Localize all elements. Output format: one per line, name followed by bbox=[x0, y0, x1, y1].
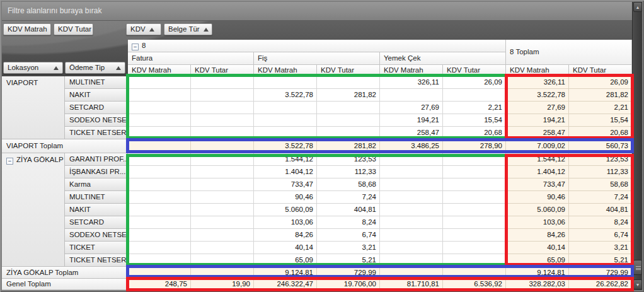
collapse-icon[interactable]: − bbox=[132, 44, 139, 50]
pivot-cell[interactable]: 58,68 bbox=[569, 178, 632, 191]
row-item-header[interactable]: MULTINET bbox=[65, 76, 128, 89]
pivot-cell[interactable]: 281,82 bbox=[569, 89, 632, 102]
pivot-cell[interactable] bbox=[128, 229, 191, 242]
pivot-cell[interactable] bbox=[191, 204, 254, 216]
pivot-total-cell[interactable] bbox=[191, 139, 254, 153]
scroll-down-button[interactable]: ▼ bbox=[633, 279, 642, 289]
pivot-total-cell[interactable]: 3.486,25 bbox=[380, 139, 443, 153]
pivot-cell[interactable]: 8,24 bbox=[317, 216, 380, 229]
pivot-cell[interactable]: 6,74 bbox=[317, 229, 380, 242]
row-item-header[interactable]: TICKET NETSER bbox=[65, 254, 128, 267]
pivot-total-cell[interactable]: 9.124,81 bbox=[254, 267, 317, 279]
pivot-total-cell[interactable] bbox=[191, 267, 254, 279]
pivot-cell[interactable]: 7,24 bbox=[317, 191, 380, 204]
scroll-thumb[interactable] bbox=[633, 260, 642, 275]
pivot-cell[interactable] bbox=[380, 166, 443, 178]
pivot-cell[interactable] bbox=[128, 204, 191, 216]
row-item-header[interactable]: TICKET bbox=[65, 242, 128, 254]
measure-header-kdv-matrah[interactable]: KDV Matrah bbox=[380, 65, 443, 76]
grand-total-header[interactable]: Genel Toplam bbox=[2, 279, 128, 290]
pivot-cell[interactable] bbox=[380, 216, 443, 229]
pivot-cell[interactable]: 20,68 bbox=[443, 127, 506, 139]
pivot-cell[interactable]: 404,81 bbox=[569, 204, 632, 216]
pivot-cell[interactable] bbox=[380, 204, 443, 216]
pivot-cell[interactable] bbox=[191, 153, 254, 166]
row-item-header[interactable]: SODEXO NETSER bbox=[65, 114, 128, 127]
vertical-scrollbar[interactable]: ▲ ▼ bbox=[632, 2, 642, 290]
row-group-header[interactable]: VIAPORT bbox=[2, 76, 65, 139]
pivot-cell[interactable] bbox=[191, 102, 254, 114]
pivot-cell[interactable] bbox=[191, 242, 254, 254]
pivot-cell[interactable] bbox=[380, 178, 443, 191]
pivot-cell[interactable]: 65,09 bbox=[506, 254, 569, 267]
pivot-total-cell[interactable]: 729,99 bbox=[569, 267, 632, 279]
pivot-cell[interactable] bbox=[128, 89, 191, 102]
pivot-cell[interactable] bbox=[128, 114, 191, 127]
pivot-cell[interactable] bbox=[128, 127, 191, 139]
pivot-total-cell[interactable]: 7.009,02 bbox=[506, 139, 569, 153]
pivot-cell[interactable] bbox=[128, 191, 191, 204]
pivot-cell[interactable] bbox=[380, 191, 443, 204]
pivot-cell[interactable]: 5,21 bbox=[569, 254, 632, 267]
pivot-cell[interactable]: 40,14 bbox=[506, 242, 569, 254]
pivot-cell[interactable] bbox=[128, 242, 191, 254]
grand-total-cell[interactable]: 19,90 bbox=[191, 279, 254, 290]
pivot-cell[interactable] bbox=[443, 242, 506, 254]
pivot-cell[interactable]: 258,47 bbox=[506, 127, 569, 139]
column-subgroup-yemek-cek[interactable]: Yemek Çek bbox=[380, 52, 506, 65]
pivot-cell[interactable]: 2,21 bbox=[569, 102, 632, 114]
pivot-cell[interactable]: 112,33 bbox=[569, 166, 632, 178]
row-item-header[interactable]: SETCARD bbox=[65, 216, 128, 229]
row-item-header[interactable]: Karma bbox=[65, 178, 128, 191]
row-item-header[interactable]: TICKET NETSER bbox=[65, 127, 128, 139]
pivot-cell[interactable] bbox=[380, 153, 443, 166]
pivot-cell[interactable] bbox=[254, 102, 317, 114]
pivot-total-cell[interactable]: 9.124,81 bbox=[506, 267, 569, 279]
pivot-cell[interactable]: 326,11 bbox=[380, 76, 443, 89]
pivot-cell[interactable] bbox=[128, 76, 191, 89]
pivot-cell[interactable] bbox=[317, 114, 380, 127]
pivot-cell[interactable]: 6,74 bbox=[569, 229, 632, 242]
row-total-header[interactable]: ZİYA GÖKALP Toplam bbox=[2, 267, 128, 279]
pivot-cell[interactable]: 3.522,78 bbox=[506, 89, 569, 102]
pivot-total-cell[interactable] bbox=[128, 139, 191, 153]
grand-total-cell[interactable]: 81.710,81 bbox=[380, 279, 443, 290]
pivot-cell[interactable] bbox=[380, 254, 443, 267]
pivot-cell[interactable]: 84,26 bbox=[506, 229, 569, 242]
pivot-cell[interactable] bbox=[443, 191, 506, 204]
pivot-cell[interactable] bbox=[317, 76, 380, 89]
pivot-cell[interactable] bbox=[128, 153, 191, 166]
grand-total-cell[interactable]: 248,75 bbox=[128, 279, 191, 290]
column-subgroup-fis[interactable]: Fiş bbox=[254, 52, 380, 65]
pivot-total-cell[interactable] bbox=[128, 267, 191, 279]
pivot-cell[interactable] bbox=[191, 114, 254, 127]
pivot-cell[interactable]: 8,24 bbox=[569, 216, 632, 229]
pivot-cell[interactable]: 26,09 bbox=[443, 76, 506, 89]
row-item-header[interactable]: NAKIT bbox=[65, 204, 128, 216]
pivot-cell[interactable]: 1.404,12 bbox=[254, 166, 317, 178]
pivot-cell[interactable]: 58,68 bbox=[317, 178, 380, 191]
pivot-cell[interactable] bbox=[191, 166, 254, 178]
row-group-header[interactable]: −ZİYA GÖKALP bbox=[2, 153, 65, 267]
pivot-cell[interactable] bbox=[191, 191, 254, 204]
measure-header-kdv-matrah[interactable]: KDV Matrah bbox=[128, 65, 191, 76]
pivot-total-cell[interactable]: 729,99 bbox=[317, 267, 380, 279]
row-item-header[interactable]: GARANTI PROF... bbox=[65, 153, 128, 166]
column-group-value-header[interactable]: −8 bbox=[128, 40, 506, 52]
filter-drop-area[interactable]: Filtre alanlarını buraya bırak bbox=[2, 2, 632, 21]
pivot-cell[interactable] bbox=[443, 153, 506, 166]
pivot-cell[interactable] bbox=[191, 254, 254, 267]
field-chip-kdv-tutar[interactable]: KDV Tutar bbox=[54, 23, 93, 35]
pivot-cell[interactable]: 112,33 bbox=[317, 166, 380, 178]
pivot-total-cell[interactable]: 281,82 bbox=[317, 139, 380, 153]
row-item-header[interactable]: SETCARD bbox=[65, 102, 128, 114]
pivot-cell[interactable]: 3,21 bbox=[569, 242, 632, 254]
pivot-cell[interactable]: 1.544,12 bbox=[254, 153, 317, 166]
grand-total-cell[interactable]: 19.706,00 bbox=[317, 279, 380, 290]
pivot-cell[interactable] bbox=[128, 216, 191, 229]
pivot-cell[interactable] bbox=[443, 204, 506, 216]
pivot-total-cell[interactable]: 3.522,78 bbox=[254, 139, 317, 153]
grand-total-cell[interactable]: 6.536,92 bbox=[443, 279, 506, 290]
pivot-cell[interactable]: 15,54 bbox=[443, 114, 506, 127]
pivot-cell[interactable] bbox=[380, 229, 443, 242]
